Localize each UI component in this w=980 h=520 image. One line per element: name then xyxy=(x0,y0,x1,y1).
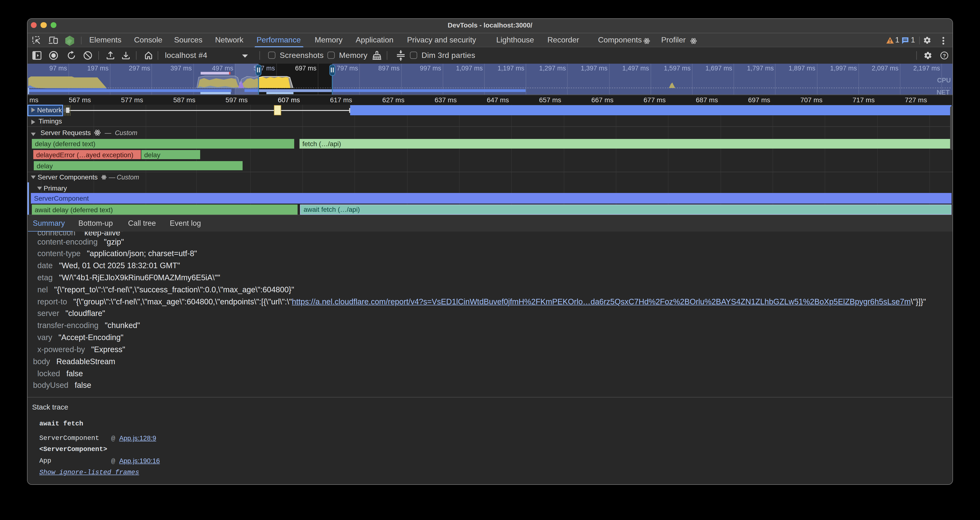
svg-text:?: ? xyxy=(943,52,946,58)
